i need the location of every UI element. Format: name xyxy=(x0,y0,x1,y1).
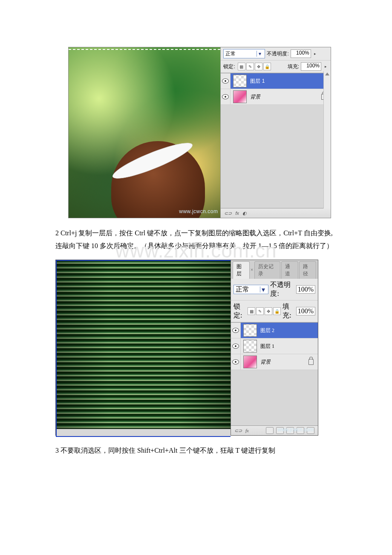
lock-brush-icon[interactable]: ✎ xyxy=(246,63,254,70)
mask-icon[interactable]: ◐ xyxy=(242,211,247,216)
visibility-toggle[interactable] xyxy=(231,354,241,370)
lock-move-icon[interactable]: ✥ xyxy=(255,63,262,70)
layers-list: 图层 2 图层 1 背景 xyxy=(231,322,318,425)
scrollbar[interactable] xyxy=(323,71,331,208)
visibility-toggle[interactable] xyxy=(231,338,241,354)
lock-label: 锁定: xyxy=(223,63,235,70)
opacity-field[interactable]: 100% xyxy=(296,285,315,294)
lock-transparency-icon[interactable]: ▦ xyxy=(248,307,255,315)
layer-row[interactable]: 图层 1 xyxy=(221,73,331,89)
eye-icon xyxy=(232,328,239,333)
canvas-preview-1: www.jcwcn.com xyxy=(69,47,220,218)
link-layers-icon[interactable]: ⊂⊃ xyxy=(234,428,242,434)
stripe-content xyxy=(57,261,231,436)
opacity-flyout-icon[interactable]: ▸ xyxy=(313,50,318,58)
visibility-toggle[interactable] xyxy=(221,73,231,89)
canvas-watermark: www.jcwcn.com xyxy=(277,427,314,433)
layer-thumbnail[interactable] xyxy=(233,75,247,87)
layer-thumbnail[interactable] xyxy=(233,90,247,103)
layer-thumbnail[interactable] xyxy=(243,340,257,353)
mask-icon[interactable] xyxy=(266,427,274,434)
lock-label: 锁定: xyxy=(233,302,245,320)
panel-tabs: 图层 × 历史记录 通道 路径 xyxy=(231,260,318,279)
visibility-toggle[interactable] xyxy=(221,89,231,104)
layer-thumbnail[interactable] xyxy=(243,356,257,368)
layers-list: 图层 1 背景 xyxy=(221,73,331,208)
marching-ants xyxy=(69,49,220,50)
lock-all-icon[interactable]: 🔒 xyxy=(273,307,281,315)
tab-layers[interactable]: 图层 xyxy=(233,261,250,279)
fx-icon[interactable]: fx xyxy=(245,428,249,433)
fill-field[interactable]: 100% xyxy=(301,62,321,71)
lock-transparency-icon[interactable]: ▦ xyxy=(238,63,245,70)
eye-icon xyxy=(232,359,239,364)
eye-icon xyxy=(222,78,229,84)
lock-move-icon[interactable]: ✥ xyxy=(265,307,272,315)
fx-icon[interactable]: fx xyxy=(235,211,239,216)
layer-thumbnail[interactable] xyxy=(243,324,257,337)
layer-name: 背景 xyxy=(259,358,308,366)
layer-name: 图层 1 xyxy=(249,78,331,85)
tab-history[interactable]: 历史记录 xyxy=(254,261,281,279)
layer-name: 图层 1 xyxy=(259,343,318,350)
blend-mode-value: 正常 xyxy=(236,285,249,294)
fill-flyout-icon[interactable]: ▸ xyxy=(323,63,328,70)
link-layers-icon[interactable]: ⊂⊃ xyxy=(224,211,232,216)
fill-label: 填充: xyxy=(288,63,299,70)
layer-name: 背景 xyxy=(249,93,321,101)
visibility-toggle[interactable] xyxy=(231,323,241,338)
layer-name: 图层 2 xyxy=(259,327,318,334)
tab-paths[interactable]: 路径 xyxy=(299,261,316,279)
layer-row[interactable]: 背景 xyxy=(231,354,318,370)
opacity-label: 不透明度: xyxy=(267,50,288,58)
chevron-down-icon: ▾ xyxy=(260,286,266,292)
canvas-preview-2 xyxy=(56,260,231,437)
panel-bottom-bar: ⊂⊃ fx ◐ xyxy=(221,208,331,218)
chevron-down-icon: ▾ xyxy=(257,51,263,57)
blend-mode-value: 正常 xyxy=(225,50,236,58)
tab-channels[interactable]: 通道 xyxy=(281,261,298,279)
scroll-up-icon xyxy=(325,72,329,75)
eye-icon xyxy=(222,94,229,99)
fill-label: 填充: xyxy=(282,302,294,320)
opacity-label: 不透明度: xyxy=(270,280,294,298)
layers-panel-1: 正常 ▾ 不透明度: 100% ▸ 锁定: ▦ ✎ ✥ 🔒 填充: 100% ▸ xyxy=(220,47,331,218)
blend-mode-select[interactable]: 正常 ▾ xyxy=(233,285,268,294)
eye-icon xyxy=(232,344,239,349)
canvas-watermark: www.jcwcn.com xyxy=(179,208,218,214)
paragraph-2: 2 Ctrl+j 复制一层后，按住 Ctrl 键不放，点一下复制图层的缩略图载入… xyxy=(55,227,337,252)
figure-1: www.jcwcn.com 正常 ▾ 不透明度: 100% ▸ 锁定: ▦ ✎ … xyxy=(68,47,331,218)
horizontal-scrollbar[interactable] xyxy=(57,429,231,436)
layer-row[interactable]: 图层 2 xyxy=(231,323,318,338)
layers-panel-2: 图层 × 历史记录 通道 路径 正常 ▾ 不透明度: 100% 锁定: ▦ ✎ xyxy=(231,260,318,435)
layer-row[interactable]: 图层 1 xyxy=(231,338,318,354)
paragraph-3: 3 不要取消选区，同时按住 Shift+Ctrl+Alt 三个键不放，狂敲 T … xyxy=(55,444,337,457)
opacity-field[interactable]: 100% xyxy=(291,49,311,58)
blend-mode-select[interactable]: 正常 ▾ xyxy=(223,49,265,58)
lock-all-icon[interactable]: 🔒 xyxy=(263,63,271,70)
fill-field[interactable]: 100% xyxy=(296,307,315,315)
layer-row[interactable]: 背景 xyxy=(221,89,331,105)
lock-brush-icon[interactable]: ✎ xyxy=(256,307,264,315)
lock-icon xyxy=(308,359,314,365)
figure-2: 图层 × 历史记录 通道 路径 正常 ▾ 不透明度: 100% 锁定: ▦ ✎ xyxy=(55,260,318,436)
